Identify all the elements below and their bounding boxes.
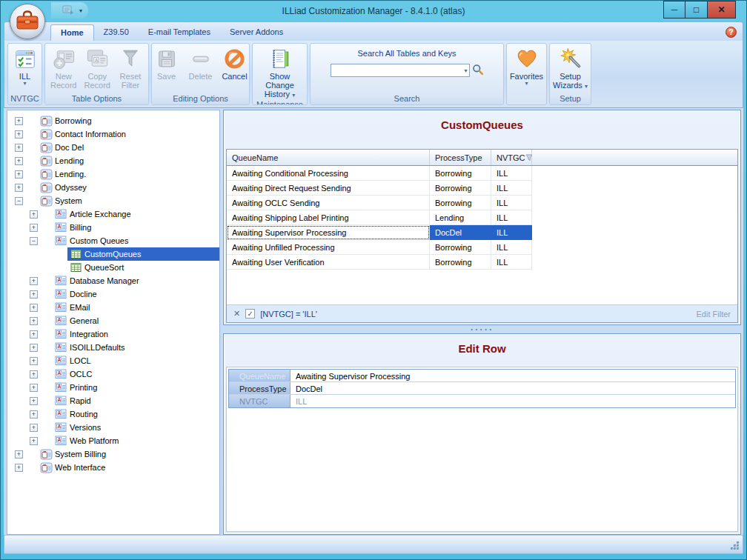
tree-item-contact-information[interactable]: +Contact Information — [7, 127, 219, 141]
close-button[interactable]: ✕ — [708, 1, 736, 19]
tab-z39-50[interactable]: Z39.50 — [94, 24, 139, 41]
minimize-button[interactable]: ─ — [663, 1, 685, 19]
expand-icon[interactable]: + — [30, 370, 38, 379]
application-menu-button[interactable] — [10, 4, 45, 39]
expand-icon[interactable]: + — [30, 410, 38, 419]
expand-icon[interactable]: + — [15, 130, 23, 139]
cancel-button[interactable]: Cancel — [220, 45, 250, 81]
expand-icon[interactable]: + — [30, 437, 38, 445]
tree-item-queuesort[interactable]: QueueSort — [7, 261, 219, 274]
tree-item-oclc[interactable]: +AOCLC — [7, 367, 219, 381]
grid-cell[interactable]: ILL — [491, 181, 532, 196]
search-input[interactable] — [331, 64, 470, 77]
tree-item-lending[interactable]: +Lending. — [7, 167, 219, 181]
search-dropdown-icon[interactable]: ▾ — [464, 67, 467, 74]
setup-wizards-button[interactable]: Setup Wizards ▾ — [551, 45, 590, 91]
tree-item-system[interactable]: −System — [7, 194, 219, 207]
expand-icon[interactable]: + — [30, 317, 38, 325]
tree-item-isoilldefaults[interactable]: +AISOILLDefaults — [7, 341, 219, 354]
expand-icon[interactable]: + — [30, 330, 38, 339]
expand-icon[interactable]: + — [15, 450, 23, 459]
grid-cell[interactable]: Borrowing — [430, 240, 491, 255]
expand-icon[interactable]: + — [30, 304, 38, 312]
expand-icon[interactable]: + — [30, 357, 38, 365]
grid-cell[interactable]: ILL — [491, 196, 532, 210]
nvtgc-ill-button[interactable]: ILL ▾ — [10, 45, 40, 86]
expand-icon[interactable]: + — [30, 277, 38, 285]
edit-field-value[interactable]: ILL — [290, 395, 735, 407]
column-header-nvtgc[interactable]: NVTGC — [491, 150, 532, 165]
favorites-button[interactable]: Favorites ▾ — [508, 45, 545, 86]
tree-item-article-exchange[interactable]: +AArticle Exchange — [7, 207, 219, 221]
reset-filter-button[interactable]: Reset Filter — [116, 45, 145, 90]
grid-cell[interactable]: DocDel — [430, 225, 491, 240]
expand-icon[interactable]: + — [30, 397, 38, 405]
tree-item-docline[interactable]: +ADocline — [7, 287, 219, 301]
grid-row-0[interactable]: Awaiting Conditional ProcessingBorrowing… — [227, 166, 532, 181]
grid-row-3[interactable]: Awaiting Shipping Label PrintingLendingI… — [227, 210, 532, 225]
tab-e-mail-templates[interactable]: E-mail Templates — [139, 24, 220, 41]
grid-cell[interactable]: Lending — [430, 210, 491, 225]
column-header-processtype[interactable]: ProcessType — [430, 150, 491, 165]
tree-item-odyssey[interactable]: +Odyssey — [7, 181, 219, 194]
grid-cell[interactable]: Borrowing — [430, 181, 491, 196]
grid-row-6[interactable]: Awaiting User VerificationBorrowingILL — [227, 255, 532, 270]
delete-button[interactable]: Delete — [186, 45, 216, 81]
filter-enabled-checkbox[interactable]: ✓ — [245, 309, 255, 319]
collapse-icon[interactable]: − — [15, 197, 23, 205]
tree-item-versions[interactable]: +AVersions — [7, 421, 219, 434]
tree-item-integration[interactable]: +AIntegration — [7, 327, 219, 341]
panel-splitter[interactable]: ····· — [223, 325, 741, 333]
tab-home[interactable]: Home — [50, 24, 94, 41]
expand-icon[interactable]: + — [30, 424, 38, 432]
copy-record-button[interactable]: A Copy Record — [82, 45, 113, 90]
grid-cell[interactable]: ILL — [491, 255, 532, 270]
tree-item-billing[interactable]: +ABilling — [7, 221, 219, 234]
grid-cell[interactable]: ILL — [491, 166, 532, 181]
tree-item-database-manager[interactable]: +ADatabase Manager — [7, 274, 219, 287]
grid-row-2[interactable]: Awaiting OCLC SendingBorrowingILL — [227, 196, 532, 210]
tree-item-web-interface[interactable]: +Web Interface — [7, 461, 219, 474]
tree-item-borrowing[interactable]: +Borrowing — [7, 114, 219, 127]
expand-icon[interactable]: + — [30, 224, 38, 232]
tree-item-email[interactable]: +AEMail — [7, 301, 219, 314]
expand-icon[interactable]: + — [15, 464, 23, 472]
maximize-button[interactable]: □ — [685, 1, 708, 19]
tree-item-routing[interactable]: +ARouting — [7, 407, 219, 421]
tree-item-rapid[interactable]: +ARapid — [7, 394, 219, 407]
grid-row-1[interactable]: Awaiting Direct Request SendingBorrowing… — [227, 181, 532, 196]
grid-cell[interactable]: Awaiting OCLC Sending — [227, 196, 430, 210]
grid-cell[interactable]: Awaiting Shipping Label Printing — [227, 210, 430, 225]
tree-item-web-platform[interactable]: +AWeb Platform — [7, 434, 219, 447]
help-button[interactable]: ? — [726, 27, 737, 38]
grid-row-4[interactable]: Awaiting Supervisor ProcessingDocDelILL — [227, 225, 532, 240]
resize-grip[interactable] — [730, 541, 740, 551]
show-change-history-button[interactable]: Show Change History ▾ — [253, 45, 306, 100]
tree-item-customqueues[interactable]: CustomQueues — [7, 247, 219, 261]
expand-icon[interactable]: + — [30, 344, 38, 352]
edit-field-value[interactable]: DocDel — [290, 382, 735, 394]
tree-item-system-billing[interactable]: +System Billing — [7, 447, 219, 461]
edit-filter-link[interactable]: Edit Filter — [697, 310, 731, 319]
grid-cell[interactable]: ILL — [491, 225, 532, 240]
grid-cell[interactable]: Awaiting Supervisor Processing — [227, 225, 430, 240]
quick-access-dropdown-icon[interactable]: ▾ — [79, 7, 82, 14]
column-header-queuename[interactable]: QueueName — [227, 150, 430, 165]
grid-cell[interactable]: Awaiting Direct Request Sending — [227, 181, 430, 196]
quick-access-icon[interactable] — [62, 4, 75, 17]
tree-item-locl[interactable]: +ALOCL — [7, 354, 219, 367]
grid-cell[interactable]: ILL — [491, 210, 532, 225]
expand-icon[interactable]: + — [30, 290, 38, 299]
filter-close-icon[interactable]: ✕ — [233, 309, 240, 319]
collapse-icon[interactable]: − — [30, 237, 38, 245]
tree-item-lending[interactable]: +Lending — [7, 154, 219, 167]
save-button[interactable]: Save — [152, 45, 182, 81]
expand-icon[interactable]: + — [15, 117, 23, 125]
expand-icon[interactable]: + — [30, 210, 38, 219]
new-record-button[interactable]: New Record — [48, 45, 79, 90]
expand-icon[interactable]: + — [15, 157, 23, 165]
tree-item-printing[interactable]: +APrinting — [7, 381, 219, 394]
grid-cell[interactable]: Awaiting User Verification — [227, 255, 430, 270]
grid-cell[interactable]: Borrowing — [430, 166, 491, 181]
edit-field-value[interactable]: Awaiting Supervisor Processing — [290, 370, 735, 381]
